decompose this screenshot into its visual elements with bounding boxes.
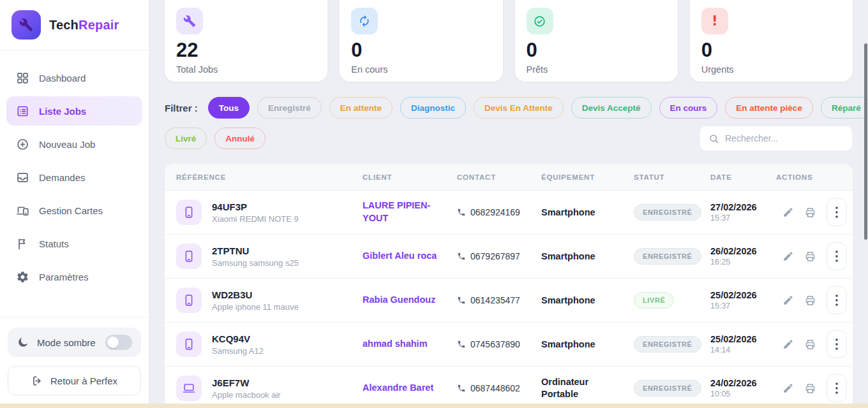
edit-button[interactable] (781, 381, 795, 395)
filter-pill-réparé[interactable]: Réparé (821, 97, 868, 119)
filter-pill-diagnostic[interactable]: Diagnostic (400, 97, 466, 119)
column-header-1: CLIENT (363, 173, 457, 181)
more-actions-button[interactable] (827, 198, 847, 226)
search-input[interactable] (725, 133, 844, 143)
equipment-label: Ordinateur Portable (541, 376, 613, 400)
reference-cell: J6EF7W Apple macbook air (165, 375, 363, 401)
vertical-scrollbar[interactable] (864, 43, 867, 240)
filter-pill-annulé[interactable]: Annulé (214, 127, 266, 149)
print-button[interactable] (803, 249, 818, 264)
filter-pill-en-attente-pièce[interactable]: En attente pièce (725, 97, 813, 119)
device-icon-box (176, 332, 202, 357)
stat-value: 0 (701, 40, 841, 60)
device-icon-box (176, 244, 202, 269)
sidebar-item-label: Statuts (39, 238, 69, 249)
status-cell: ENREGISTRÉ (634, 336, 710, 353)
stat-cards: 22 Total Jobs 0 En cours 0 Prêts ! 0 Urg… (165, 0, 853, 82)
print-button[interactable] (803, 337, 818, 352)
more-actions-button[interactable] (827, 374, 847, 402)
actions-cell (776, 286, 853, 314)
sidebar: TechRepair Dashboard Liste Jobs Nouveau … (0, 0, 149, 408)
client-link[interactable]: ahmad shahim (363, 338, 457, 351)
dark-mode-toggle[interactable] (105, 335, 132, 350)
table-row: KCQ94V Samsung A12 ahmad shahim 07456378… (165, 323, 853, 367)
status-badge: LIVRÉ (634, 292, 674, 309)
client-link[interactable]: Alexandre Baret (363, 382, 457, 395)
phone-number: 0687448602 (470, 383, 520, 393)
client-link[interactable]: LAURE PIPIEN-YOUT (363, 200, 457, 224)
more-actions-button[interactable] (827, 242, 847, 270)
brand-title: TechRepair (49, 18, 119, 33)
filter-label: Filtrer : (165, 103, 198, 113)
filter-row-2: LivréAnnulé (165, 126, 853, 151)
sidebar-item-nouveau-job[interactable]: Nouveau Job (6, 129, 142, 159)
job-date: 25/02/2026 (710, 290, 776, 300)
job-reference: 2TPTNU (212, 245, 299, 256)
table-row: J6EF7W Apple macbook air Alexandre Baret… (165, 367, 853, 408)
sidebar-item-statuts[interactable]: Statuts (6, 229, 142, 258)
job-model: Xiaomi REDMI NOTE 9 (212, 214, 299, 224)
job-model: Apple macbook air (212, 390, 281, 400)
sidebar-nav: Dashboard Liste Jobs Nouveau Job Demande… (0, 50, 149, 291)
sidebar-footer: Mode sombre Retour à Perfex (0, 317, 149, 408)
job-reference: WD2B3U (212, 289, 299, 300)
smartphone-icon (182, 205, 196, 219)
more-actions-button[interactable] (827, 286, 847, 314)
date-cell: 25/02/2026 15:37 (710, 290, 776, 310)
sidebar-item-demandes[interactable]: Demandes (6, 163, 142, 192)
edit-button[interactable] (781, 249, 795, 263)
job-time: 14:14 (710, 346, 776, 354)
reference-cell: 2TPTNU Samsung samsung s25 (165, 244, 363, 269)
edit-button[interactable] (781, 293, 795, 307)
print-button[interactable] (803, 293, 818, 308)
print-button[interactable] (803, 381, 818, 396)
column-header-5: DATE (710, 173, 776, 181)
sidebar-item-parametres[interactable]: Paramètres (6, 262, 142, 291)
print-button[interactable] (803, 205, 818, 220)
client-link[interactable]: Giblert Aleu roca (363, 250, 457, 263)
client-link[interactable]: Rabia Guendouz (363, 294, 457, 307)
edit-button[interactable] (781, 205, 795, 219)
laptop-icon (182, 381, 196, 395)
sidebar-item-label: Nouveau Job (39, 139, 95, 150)
equipment-cell: Smartphone (541, 251, 634, 263)
filter-pill-en-attente[interactable]: En attente (329, 97, 393, 119)
brand: TechRepair (0, 0, 149, 50)
device-icon-box (176, 375, 202, 401)
job-date: 24/02/2026 (710, 378, 776, 388)
more-actions-button[interactable] (827, 330, 847, 358)
smartphone-icon (182, 249, 196, 263)
exclamation-icon: ! (701, 8, 728, 34)
filter-pill-enregistré[interactable]: Enregistré (257, 97, 322, 119)
filter-pill-devis-accepté[interactable]: Devis Accepté (571, 97, 652, 119)
column-header-3: ÉQUIPEMENT (541, 173, 634, 181)
dark-mode-label: Mode sombre (37, 337, 98, 348)
bottom-bar (0, 404, 868, 408)
date-cell: 26/02/2026 16:25 (710, 246, 776, 266)
filter-pill-en-cours[interactable]: En cours (659, 97, 718, 119)
wrench-icon (176, 8, 203, 34)
back-to-perfex-button[interactable]: Retour à Perfex (8, 366, 141, 395)
equipment-label: Smartphone (541, 251, 595, 263)
stat-label: Prêts (527, 64, 666, 75)
status-cell: LIVRÉ (634, 292, 710, 309)
edit-button[interactable] (781, 337, 795, 351)
list-icon (16, 105, 29, 118)
sidebar-item-label: Liste Jobs (39, 106, 86, 117)
sidebar-item-gestion-cartes[interactable]: Gestion Cartes (6, 196, 142, 225)
phone-icon (457, 252, 466, 261)
filter-pill-livré[interactable]: Livré (165, 127, 207, 149)
filter-pill-devis-en-attente[interactable]: Devis En Attente (474, 97, 564, 119)
search-box (700, 126, 853, 151)
sidebar-item-label: Demandes (39, 172, 86, 183)
equipment-label: Smartphone (541, 339, 595, 351)
table-row: 94UF3P Xiaomi REDMI NOTE 9 LAURE PIPIEN-… (165, 191, 853, 235)
filter-pill-tous[interactable]: Tous (208, 97, 250, 119)
flag-icon (16, 237, 29, 251)
job-time: 15:37 (710, 214, 776, 222)
contact-cell: 0682924169 (457, 207, 541, 217)
sidebar-item-dashboard[interactable]: Dashboard (6, 63, 142, 92)
stat-value: 0 (527, 40, 666, 60)
sidebar-item-liste-jobs[interactable]: Liste Jobs (6, 96, 142, 126)
actions-cell (776, 330, 853, 358)
